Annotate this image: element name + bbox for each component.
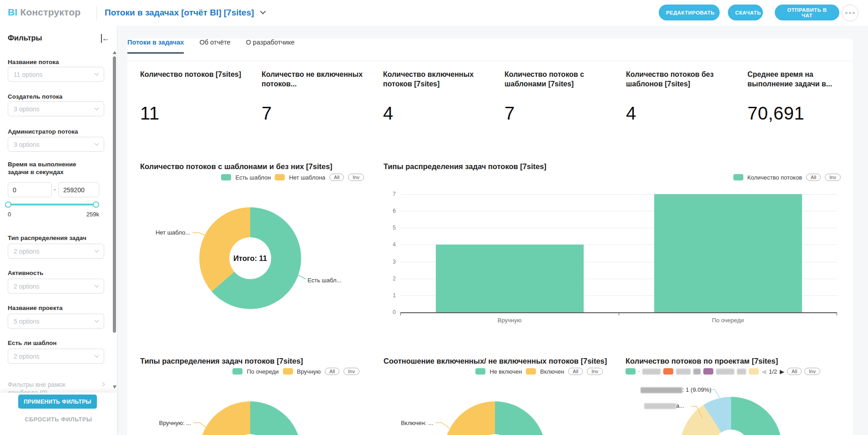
callout-leader-line <box>435 420 450 430</box>
flow-name-select[interactable]: 11 options <box>8 67 104 82</box>
slider-handle-min[interactable] <box>5 201 11 208</box>
logo-bi: BI <box>8 7 17 17</box>
filter-label-activity: Активность <box>8 269 104 277</box>
legend-all-button[interactable]: All <box>806 174 821 181</box>
bi-dashboard-app: BI Конструктор Потоки в задачах [отчёт B… <box>0 0 868 435</box>
kpi-title: Количество потоков без шаблонов [7sites] <box>626 70 733 89</box>
kpi-value: 4 <box>383 103 394 124</box>
flow-admin-select[interactable]: 3 options <box>8 137 104 152</box>
edit-button[interactable]: РЕДАКТИРОВАТЬ <box>659 5 720 20</box>
chart-title-projects-donut: Количество потоков по проектам [7sites] <box>626 357 778 365</box>
legend-inv-button[interactable]: Inv <box>804 368 820 375</box>
time-slider-track[interactable] <box>8 204 96 205</box>
donut-callout-project-2: a... <box>644 402 684 409</box>
report-tabs: Потоки в задачах Об отчёте О разработчик… <box>127 39 853 54</box>
kpi-value: 7 <box>262 103 272 124</box>
time-to-input[interactable] <box>58 182 99 197</box>
donut-callout-project-1: : 1 (9.09%) <box>641 386 712 393</box>
legend-swatch[interactable] <box>749 368 759 375</box>
callout-leader-line <box>711 388 721 399</box>
legend-swatch[interactable] <box>733 174 743 180</box>
outside-filters-link[interactable]: Фильтры вне рамок <box>8 381 104 388</box>
y-axis-tick-label: 0 <box>380 309 396 315</box>
legend-all-button[interactable]: All <box>787 368 802 375</box>
donut-callout-enabled: Включен: ... <box>381 420 433 426</box>
legend-swatch[interactable] <box>475 368 485 375</box>
kpi-value: 4 <box>626 103 636 124</box>
enabled-donut-chart[interactable] <box>444 401 546 435</box>
legend-swatch[interactable] <box>232 368 242 375</box>
filter-label-flow-creator: Создатель потока <box>8 93 104 100</box>
scroll-up-arrow-icon[interactable] <box>113 51 116 54</box>
chevron-down-icon <box>95 283 99 288</box>
header-divider <box>96 5 97 20</box>
filter-label-flow-admin: Администратор потока <box>8 128 104 135</box>
reset-filters-button[interactable]: СБРОСИТЬ ФИЛЬТРЫ <box>0 416 117 423</box>
legend-swatch[interactable] <box>221 174 231 180</box>
y-axis-tick-label: 5 <box>380 225 396 231</box>
legend-swatch[interactable] <box>703 368 713 375</box>
collapse-sidebar-icon[interactable]: ← <box>101 34 110 43</box>
has-template-select[interactable]: 2 options <box>8 349 104 364</box>
legend-swatch[interactable] <box>526 368 536 375</box>
x-axis-category-label: Вручную <box>400 317 619 324</box>
kpi-title: Количество не включенных потоков... <box>262 70 369 89</box>
legend-all-button[interactable]: All <box>325 368 339 375</box>
more-options-button[interactable] <box>842 5 858 21</box>
legend-inv-button[interactable]: Inv <box>348 174 364 181</box>
x-axis-tick <box>400 312 401 315</box>
kpi-value: 11 <box>140 103 160 124</box>
y-axis-tick-label: 2 <box>380 275 396 282</box>
redacted-label <box>737 369 746 375</box>
distribution-type-select[interactable]: 2 options <box>8 244 104 259</box>
bar-Вручную[interactable] <box>436 245 584 312</box>
legend-inv-button[interactable]: Inv <box>825 174 841 181</box>
report-title-dropdown[interactable]: Потоки в задачах [отчёт BI] [7sites] <box>105 8 264 18</box>
tab-about-report[interactable]: Об отчёте <box>199 39 230 54</box>
legend-swatch[interactable] <box>626 368 636 375</box>
redacted-label <box>693 369 701 375</box>
redacted-label <box>644 403 676 409</box>
legend-next-page-arrow[interactable]: ▶ <box>780 368 784 375</box>
report-title: Потоки в задачах [отчёт BI] [7sites] <box>105 8 254 17</box>
filters-panel-title: Фильтры <box>8 34 42 42</box>
tab-about-developer[interactable]: О разработчике <box>246 39 295 54</box>
bar-По очереди[interactable] <box>654 194 802 312</box>
apply-filters-button[interactable]: ПРИМЕНИТЬ ФИЛЬТРЫ <box>18 395 97 409</box>
send-to-chat-button[interactable]: ОТПРАВИТЬ В ЧАТ <box>775 5 839 20</box>
logo-text: Конструктор <box>17 7 81 17</box>
download-button[interactable]: СКАЧАТЬ <box>728 5 763 20</box>
slider-handle-max[interactable] <box>93 201 99 208</box>
tab-flows-in-tasks[interactable]: Потоки в задачах <box>127 39 184 54</box>
legend-inv-button[interactable]: Inv <box>343 368 359 375</box>
app-logo: BI Конструктор <box>8 7 81 18</box>
distribution-donut-chart[interactable] <box>199 401 301 435</box>
donut-callout-no-template: Нет шабло... <box>136 229 190 236</box>
legend-prev-page-arrow[interactable]: ◀ <box>762 368 766 375</box>
project-name-select[interactable]: 5 options <box>8 314 104 329</box>
donut-callout-has-template: Есть шабл... <box>308 277 341 284</box>
chevron-down-icon <box>95 318 99 323</box>
activity-select[interactable]: 2 options <box>8 279 104 294</box>
distribution-bar-plot[interactable]: 01234567ВручнуюПо очереди <box>400 194 837 312</box>
legend-swatch[interactable] <box>283 368 293 375</box>
report-card: Потоки в задачах Об отчёте О разработчик… <box>127 39 853 435</box>
redacted-label <box>641 387 682 393</box>
chevron-down-icon <box>95 141 99 146</box>
legend-all-button[interactable]: All <box>329 174 344 181</box>
filter-label-distribution-type: Тип распределения задач <box>8 234 104 242</box>
time-from-input[interactable] <box>8 182 52 197</box>
ellipsis-icon <box>845 12 848 14</box>
filter-label-flow-name: Название потока <box>8 58 104 66</box>
flow-creator-select[interactable]: 3 options <box>8 101 104 116</box>
legend-swatch[interactable] <box>275 174 285 180</box>
legend-all-button[interactable]: All <box>568 368 583 375</box>
legend-inv-button[interactable]: Inv <box>587 368 603 375</box>
scroll-down-arrow-icon[interactable] <box>113 385 116 389</box>
chevron-down-icon <box>95 353 99 358</box>
legend-swatch[interactable] <box>663 368 673 375</box>
x-axis-tick <box>619 312 619 315</box>
sidebar-scrollbar-thumb[interactable] <box>113 56 116 333</box>
filter-label-has-template: Есть ли шаблон <box>8 339 104 347</box>
donut-center-total: Итого: 11 <box>229 237 271 279</box>
